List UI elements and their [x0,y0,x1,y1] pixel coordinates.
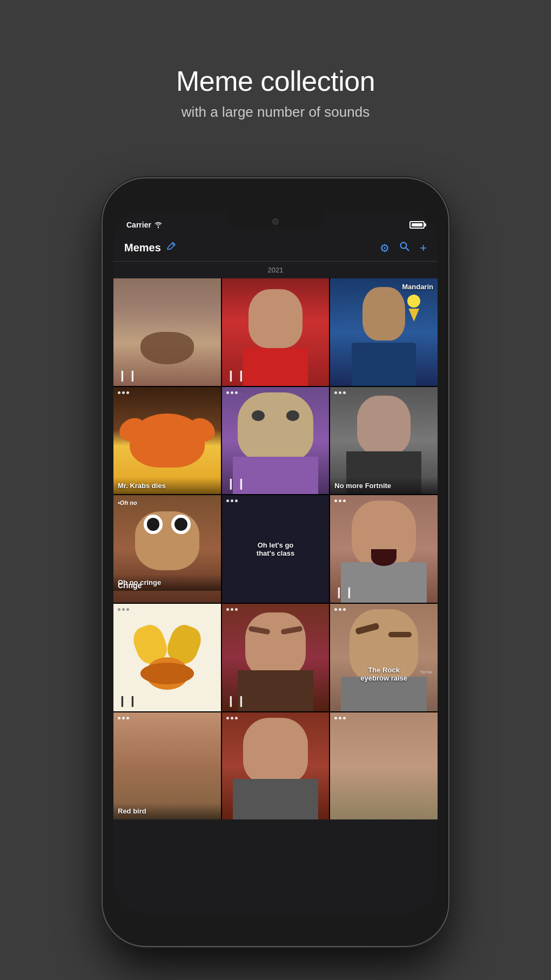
dots-15 [334,717,346,719]
dots-12 [334,608,346,611]
meme-cell-3[interactable]: Mandarin [330,278,438,386]
meme-label-3: Mandarin [330,278,438,295]
meme-cell-7[interactable]: •Oh no Oh no cringe Cringe [113,495,221,603]
page-background: Meme collection with a large number of s… [0,0,551,980]
meme-label-13: Red bird [113,803,221,819]
nav-right: ⚙ + [380,241,427,255]
meme-label-4: Mr. Krabs dies [113,477,221,494]
meme-cell-15[interactable] [330,712,438,820]
meme-cell-5[interactable]: ❙❙ [222,387,330,495]
meme-label-12: The Rockeyebrow raise [335,666,432,682]
settings-icon[interactable]: ⚙ [380,242,389,255]
meme-label-6: No more Fortnite [330,477,438,494]
dots-14 [226,717,238,719]
dots-8 [226,499,238,502]
dots-6 [334,391,346,394]
dots-11 [226,608,238,611]
wifi-icon [154,222,163,228]
nav-bar: Memes ⚙ [113,235,438,262]
pause-icon-1: ❙❙ [118,369,138,382]
edit-icon[interactable] [166,242,176,254]
hero-subtitle: with a large number of sounds [0,104,551,121]
meme-cell-12[interactable]: TikTok The Rockeyebrow raise [330,604,438,711]
dots-4 [118,391,129,394]
meme-cell-14[interactable] [222,712,330,820]
phone-notch [227,211,324,227]
pause-icon-5: ❙❙ [226,477,247,490]
battery-fill [412,223,422,226]
screen-content: ❙❙ ❙❙ [113,278,438,914]
cringe-text: Cringe [118,581,142,590]
pause-icon-10: ❙❙ [118,694,138,707]
meme-cell-13[interactable]: Red bird [113,712,221,820]
add-icon[interactable]: + [420,241,427,255]
phone-frame: Carrier 4:26 PM [103,178,448,946]
phone-screen: Carrier 4:26 PM [113,211,438,914]
oh-no-text: •Oh no [118,499,137,506]
svg-point-2 [401,243,407,249]
meme-cell-11[interactable]: ❙❙ [222,604,330,711]
battery-icon [409,221,425,229]
year-label: 2021 [268,266,284,274]
meme-label-8: Oh let's gothat's class [227,541,324,557]
meme-cell-4[interactable]: Mr. Krabs dies [113,387,221,495]
dots-10 [118,608,129,611]
meme-cell-8[interactable]: Oh let's gothat's class [222,495,330,603]
meme-grid: ❙❙ ❙❙ [113,278,438,819]
meme-cell-2[interactable]: ❙❙ [222,278,330,386]
front-camera [272,218,279,225]
hero-section: Meme collection with a large number of s… [0,0,551,153]
meme-cell-10[interactable]: ❙❙ [113,604,221,711]
pause-icon-9: ❙❙ [334,585,355,598]
phone-mockup: Carrier 4:26 PM [103,178,448,946]
nav-left: Memes [124,242,176,254]
carrier-label: Carrier [126,221,163,229]
dots-5 [226,391,238,394]
meme-cell-9[interactable]: ❙❙ [330,495,438,603]
dots-13 [118,717,129,719]
dots-9 [334,499,346,502]
search-icon[interactable] [399,241,410,255]
hero-title: Meme collection [0,65,551,97]
svg-point-0 [158,227,159,228]
status-battery [409,221,425,229]
pause-icon-2: ❙❙ [226,369,247,382]
meme-cell-6[interactable]: No more Fortnite [330,387,438,495]
pause-icon-11: ❙❙ [226,694,247,707]
svg-line-3 [406,248,409,251]
nav-title: Memes [124,242,161,254]
year-separator: 2021 [113,262,438,278]
meme-cell-1[interactable]: ❙❙ [113,278,221,386]
